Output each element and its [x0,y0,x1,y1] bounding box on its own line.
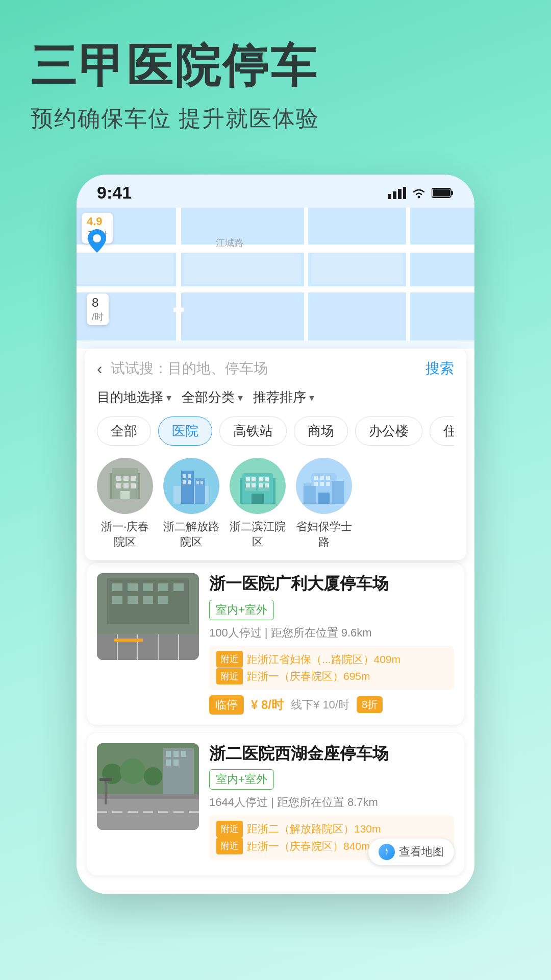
search-panel: ‹ 试试搜：目的地、停车场 搜索 目的地选择 ▾ 全部分类 ▾ [85,349,466,560]
svg-rect-56 [252,494,264,504]
svg-rect-29 [116,483,121,488]
nearby-badge-1b: 附近 [216,668,243,685]
tab-railway[interactable]: 高铁站 [219,416,287,446]
parking-card-2[interactable]: 浙二医院西湖金座停车场 室内+室外 1644人停过 | 距您所在位置 8.7km… [87,733,464,875]
svg-rect-39 [183,480,186,484]
search-input[interactable]: 试试搜：目的地、停车场 [111,359,417,378]
svg-rect-74 [143,583,153,591]
svg-point-93 [144,767,162,786]
svg-rect-7 [433,189,450,197]
svg-rect-63 [320,476,324,480]
filter-arrow-1: ▾ [166,391,171,404]
back-button[interactable]: ‹ [97,359,103,378]
search-button[interactable]: 搜索 [425,359,454,378]
svg-rect-6 [451,191,453,195]
page-container: 三甲医院停车 预约确保车位 提升就医体验 9:41 [0,0,551,980]
svg-rect-2 [398,189,402,199]
svg-rect-78 [128,596,138,604]
hospital-item-3[interactable]: 浙二滨江院区 [230,458,286,550]
svg-rect-96 [173,751,179,757]
map-nav-button[interactable]: 查看地图 [368,839,454,865]
nearby-row-2a: 附近 距浙二（解放路院区）130m [216,820,447,838]
svg-rect-97 [181,751,186,757]
parking-list: 浙一医院广利大厦停车场 室内+室外 100人停过 | 距您所在位置 9.6km … [77,563,474,894]
parking-img-2 [97,743,199,830]
svg-rect-3 [403,187,406,199]
svg-point-22 [93,234,101,242]
sort-filter[interactable]: 推荐排序 ▾ [253,388,314,406]
svg-rect-100 [97,799,199,830]
nearby-badge-2a: 附近 [216,821,243,838]
price-row-1: 临停 ¥ 8/时 线下¥ 10/时 8折 [209,695,454,715]
svg-text:江城路: 江城路 [216,238,243,248]
location-marker [87,228,107,256]
svg-rect-75 [158,583,168,591]
status-bar: 9:41 [77,175,474,208]
destination-filter[interactable]: 目的地选择 ▾ [97,388,171,406]
svg-rect-37 [183,474,186,478]
svg-rect-60 [304,486,316,504]
page-header: 三甲医院停车 预约确保车位 提升就医体验 [0,0,551,154]
tab-hospital[interactable]: 医院 [158,416,212,446]
svg-rect-103 [99,778,112,781]
sub-title: 预约确保车位 提升就医体验 [31,104,520,134]
svg-rect-86 [112,639,143,642]
price-tag-2: 8 /时 [87,293,109,325]
svg-rect-95 [166,751,171,757]
tab-residence[interactable]: 住 [430,416,454,446]
tab-office[interactable]: 办公楼 [355,416,422,446]
hospital-item-2[interactable]: 浙二解放路院区 [163,458,219,550]
svg-rect-64 [326,476,330,480]
hospital-item-4[interactable]: 省妇保学士路 [296,458,352,550]
svg-rect-18 [184,295,301,335]
svg-rect-31 [131,483,136,488]
filter-arrow-3: ▾ [309,391,314,404]
status-icons [388,187,454,199]
tab-all[interactable]: 全部 [97,416,151,446]
svg-rect-55 [265,483,269,487]
map-nav-label: 查看地图 [399,844,444,860]
parking-img-1 [97,573,199,660]
svg-rect-26 [116,476,121,481]
filter-row: 目的地选择 ▾ 全部分类 ▾ 推荐排序 ▾ [97,388,454,406]
svg-rect-77 [112,596,122,604]
nearby-row-1b: 附近 距浙一（庆春院区）695m [216,668,447,685]
tab-mall[interactable]: 商场 [294,416,348,446]
indoor-tag-1: 室内+室外 [209,600,274,620]
svg-rect-76 [173,583,184,591]
hospital-item-1[interactable]: 浙一·庆春院区 [97,458,153,550]
svg-rect-49 [252,477,256,481]
parking-name-2: 浙二医院西湖金座停车场 [209,743,454,765]
svg-point-92 [120,758,145,784]
svg-rect-50 [259,477,263,481]
svg-rect-99 [173,760,179,766]
svg-rect-98 [166,760,171,766]
svg-rect-48 [246,477,250,481]
svg-rect-30 [123,483,129,488]
svg-rect-20 [311,295,403,335]
hospital-avatar-2 [163,458,219,514]
svg-rect-42 [201,481,203,484]
svg-rect-41 [196,481,199,484]
wifi-icon [411,187,427,199]
tag-row-1: 室内+室外 [209,600,454,620]
svg-rect-17 [77,254,173,284]
parking-info-1: 浙一医院广利大厦停车场 室内+室外 100人停过 | 距您所在位置 9.6km … [209,573,454,715]
battery-icon [432,187,454,199]
discount-1: 8折 [357,696,383,713]
phone-mockup-wrapper: 9:41 [0,154,551,894]
svg-rect-51 [265,477,269,481]
svg-rect-16 [311,254,403,284]
svg-rect-52 [246,483,250,487]
map-background: 江城路 [77,208,474,340]
svg-rect-40 [188,480,191,484]
temp-park-1: 临停 [209,695,244,715]
price-offline-1: 线下¥ 10/时 [291,697,349,713]
hospital-icons-row: 浙一·庆春院区 [97,458,454,550]
svg-rect-0 [388,194,391,199]
parking-card-1[interactable]: 浙一医院广利大厦停车场 室内+室外 100人停过 | 距您所在位置 9.6km … [87,563,464,725]
svg-rect-72 [112,583,122,591]
svg-rect-102 [105,779,107,804]
svg-marker-104 [386,848,388,852]
category-filter[interactable]: 全部分类 ▾ [182,388,243,406]
